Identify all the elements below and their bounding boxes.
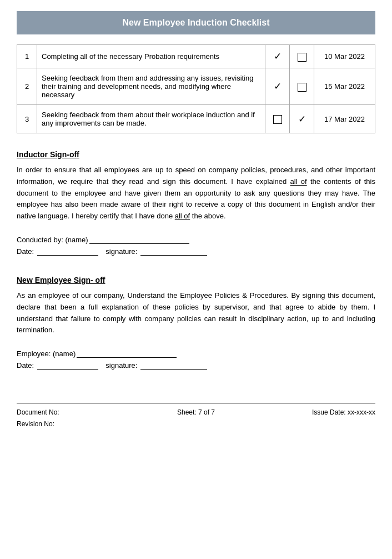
issue-date-label: Issue Date: xx-xxx-xx xyxy=(256,407,375,418)
footer: Document No: Revision No: Sheet: 7 of 7 … xyxy=(17,407,375,430)
employee-date-signature-row: Date: signature: xyxy=(17,361,375,370)
table-row: 2Seeking feedback from them and addressi… xyxy=(17,68,375,105)
inductor-date-signature-row: Date: signature: xyxy=(17,247,375,256)
row-date: 17 Mar 2022 xyxy=(314,105,375,133)
row-number: 3 xyxy=(17,105,37,133)
checklist-table: 1Completing all of the necessary Probati… xyxy=(17,44,375,133)
row-check2: ✓ xyxy=(290,105,314,133)
revision-no-label: Revision No: xyxy=(17,418,136,430)
row-number: 2 xyxy=(17,68,37,105)
inductor-signoff-body: In order to ensure that all employees ar… xyxy=(17,164,375,222)
inductor-signoff-title: Inductor Sign-off xyxy=(17,150,375,159)
row-check2 xyxy=(290,68,314,105)
employee-signoff-body: As an employee of our company, Understan… xyxy=(17,290,375,336)
row-check1 xyxy=(265,105,290,133)
footer-divider xyxy=(17,403,375,403)
row-date: 15 Mar 2022 xyxy=(314,68,375,105)
row-check1: ✓ xyxy=(265,68,290,105)
row-description: Completing all of the necessary Probatio… xyxy=(37,45,265,68)
conducted-by-line: Conducted by: (name) xyxy=(17,236,375,244)
row-check1: ✓ xyxy=(265,45,290,68)
doc-no-label: Document No: xyxy=(17,407,136,418)
employee-signoff-title: New Employee Sign- off xyxy=(17,276,375,285)
sheet-label: Sheet: 7 of 7 xyxy=(136,407,255,418)
page-title: New Employee Induction Checklist xyxy=(17,11,375,34)
table-row: 3Seeking feedback from them about their … xyxy=(17,105,375,133)
table-row: 1Completing all of the necessary Probati… xyxy=(17,45,375,68)
row-check2 xyxy=(290,45,314,68)
row-date: 10 Mar 2022 xyxy=(314,45,375,68)
row-number: 1 xyxy=(17,45,37,68)
row-description: Seeking feedback from them and addressin… xyxy=(37,68,265,105)
employee-name-line: Employee: (name) xyxy=(17,350,375,358)
row-description: Seeking feedback from them about their w… xyxy=(37,105,265,133)
